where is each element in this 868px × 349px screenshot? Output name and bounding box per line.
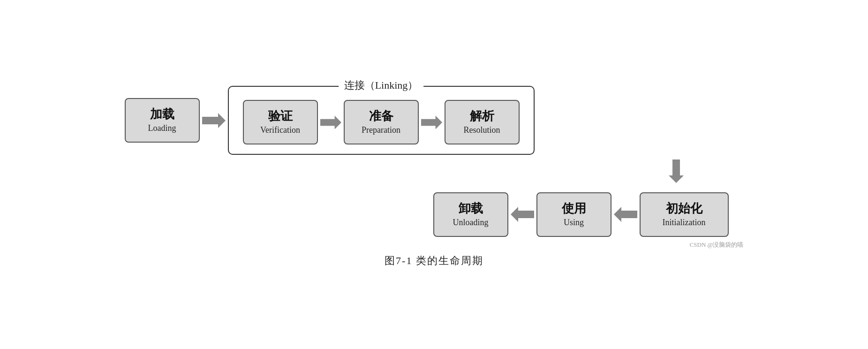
unloading-box: 卸载 Unloading bbox=[433, 192, 508, 237]
linking-label: 连接（Linking） bbox=[339, 78, 424, 92]
arrow-prep-to-res bbox=[419, 114, 445, 131]
svg-marker-5 bbox=[614, 207, 637, 222]
initialization-cn: 初始化 bbox=[666, 201, 702, 217]
loading-box: 加载 Loading bbox=[125, 98, 200, 143]
linking-group: 连接（Linking） 验证 Verification 准备 Preparati… bbox=[228, 86, 535, 155]
arrow-using-to-unloading bbox=[508, 206, 536, 223]
down-arrow-row bbox=[125, 159, 744, 183]
watermark: CSDN @没脑袋的喵 bbox=[690, 241, 744, 249]
svg-marker-2 bbox=[421, 115, 442, 129]
arrow-init-to-using bbox=[611, 206, 640, 223]
preparation-box: 准备 Preparation bbox=[344, 100, 419, 144]
arrow-loading-to-linking bbox=[200, 112, 228, 129]
resolution-en: Resolution bbox=[463, 124, 500, 136]
initialization-box: 初始化 Initialization bbox=[640, 192, 729, 237]
resolution-box: 解析 Resolution bbox=[445, 100, 520, 144]
preparation-en: Preparation bbox=[362, 124, 400, 136]
verification-cn: 验证 bbox=[268, 108, 293, 124]
arrow-res-to-init-wrapper bbox=[624, 159, 729, 183]
using-cn: 使用 bbox=[562, 201, 586, 217]
unloading-en: Unloading bbox=[453, 217, 489, 228]
using-en: Using bbox=[564, 217, 584, 228]
top-section: 加载 Loading 连接（Linking） 验证 Verification bbox=[125, 86, 744, 155]
svg-marker-3 bbox=[669, 159, 684, 183]
unloading-cn: 卸载 bbox=[459, 201, 483, 217]
verification-box: 验证 Verification bbox=[243, 100, 318, 144]
diagram-container: 加载 Loading 连接（Linking） 验证 Verification bbox=[106, 72, 762, 277]
caption: 图7-1 类的生命周期 bbox=[125, 254, 744, 268]
resolution-col: 解析 Resolution bbox=[445, 100, 520, 144]
verification-en: Verification bbox=[260, 124, 300, 136]
resolution-cn: 解析 bbox=[470, 108, 494, 124]
using-box: 使用 Using bbox=[536, 192, 611, 237]
preparation-cn: 准备 bbox=[369, 108, 393, 124]
loading-en: Loading bbox=[148, 122, 176, 134]
arrow-ver-to-prep bbox=[318, 114, 344, 131]
svg-marker-1 bbox=[320, 115, 341, 129]
bottom-row: 卸载 Unloading 使用 Using 初始化 Initialization bbox=[125, 192, 744, 237]
arrow-down-icon bbox=[668, 159, 685, 183]
loading-cn: 加载 bbox=[150, 106, 174, 122]
svg-marker-4 bbox=[511, 207, 534, 222]
svg-marker-0 bbox=[202, 113, 226, 128]
initialization-en: Initialization bbox=[663, 217, 706, 228]
